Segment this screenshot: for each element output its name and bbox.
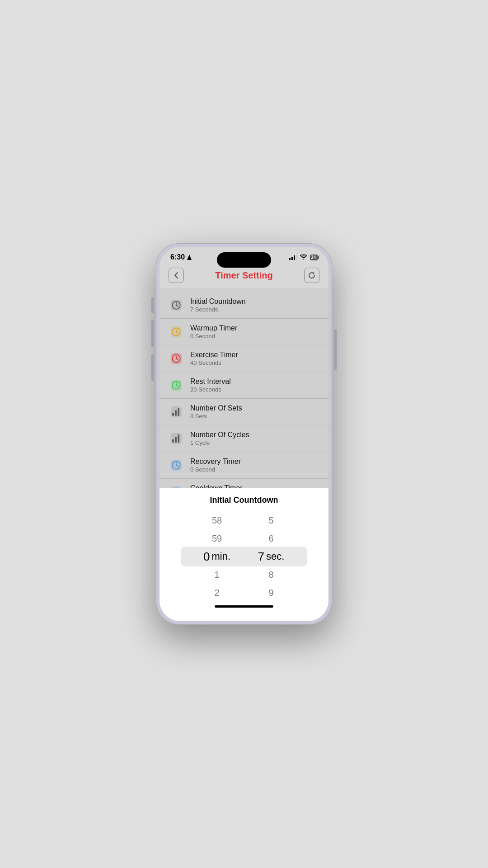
- picker-sec-item-9: 9: [244, 584, 298, 602]
- home-indicator: [215, 605, 273, 608]
- cooldown-timer-icon: [169, 484, 184, 488]
- svg-rect-4: [296, 255, 297, 260]
- picker-min-item-0: 0 min.: [190, 547, 244, 566]
- picker-minutes-column[interactable]: 57 58 59 0 min. 1 2 3: [190, 511, 244, 602]
- picker-sec-item-6: 6: [244, 529, 298, 547]
- svg-rect-2: [291, 257, 293, 260]
- settings-item-initial-countdown[interactable]: Initial Countdown 7 Seconds: [160, 292, 328, 319]
- settings-item-number-of-sets[interactable]: Number Of Sets 8 Sets: [160, 399, 328, 425]
- warmup-timer-text: Warmup Timer 0 Second: [190, 324, 237, 340]
- svg-rect-29: [178, 434, 180, 443]
- number-of-cycles-icon: [169, 431, 184, 446]
- picker-sec-item-7: 7 sec.: [244, 547, 298, 566]
- status-time: 6:30: [170, 253, 192, 261]
- back-button[interactable]: [169, 268, 184, 283]
- svg-rect-25: [178, 408, 180, 416]
- cooldown-timer-text: Cooldown Timer 0 Second: [190, 484, 243, 488]
- svg-rect-3: [294, 255, 295, 260]
- picker-min-item-58: 58: [190, 511, 244, 529]
- picker-min-item-2: 2: [190, 584, 244, 602]
- settings-item-number-of-cycles[interactable]: Number Of Cycles 1 Cycle: [160, 425, 328, 452]
- svg-rect-28: [175, 437, 177, 443]
- number-of-cycles-text: Number Of Cycles 1 Cycle: [190, 431, 249, 446]
- svg-rect-1: [289, 258, 291, 260]
- picker-sec-item-8: 8: [244, 566, 298, 584]
- picker-panel: Initial Countdown 57 58 59 0 min. 1 2 3: [160, 488, 328, 621]
- warmup-timer-icon: [169, 324, 184, 340]
- initial-countdown-text: Initial Countdown 7 Seconds: [190, 297, 246, 313]
- svg-marker-0: [187, 255, 192, 260]
- number-of-sets-text: Number Of Sets 8 Sets: [190, 404, 242, 420]
- settings-item-rest-interval[interactable]: Rest Interval 20 Seconds: [160, 372, 328, 399]
- recovery-timer-icon: [169, 458, 184, 473]
- rest-interval-text: Rest Interval 20 Seconds: [190, 377, 231, 393]
- settings-list: Initial Countdown 7 Seconds Warmup Timer: [160, 288, 328, 488]
- svg-rect-23: [172, 413, 174, 416]
- number-of-sets-icon: [169, 404, 184, 420]
- svg-rect-24: [175, 410, 177, 416]
- picker-sec-item-5: 5: [244, 511, 298, 529]
- picker-title: Initial Countdown: [160, 495, 328, 511]
- exercise-timer-icon: [169, 351, 184, 366]
- settings-item-cooldown-timer[interactable]: Cooldown Timer 0 Second: [160, 479, 328, 488]
- picker-container[interactable]: 57 58 59 0 min. 1 2 3 4 5 6: [160, 511, 328, 602]
- svg-rect-27: [172, 439, 174, 443]
- settings-item-exercise-timer[interactable]: Exercise Timer 40 Seconds: [160, 345, 328, 372]
- status-icons: 34: [289, 255, 318, 260]
- dynamic-island: [217, 252, 271, 268]
- exercise-timer-text: Exercise Timer 40 Seconds: [190, 351, 238, 366]
- recovery-timer-text: Recovery Timer 0 Second: [190, 458, 241, 473]
- page-title: Timer Setting: [215, 270, 272, 281]
- reset-button[interactable]: [304, 268, 319, 283]
- settings-item-warmup-timer[interactable]: Warmup Timer 0 Second: [160, 319, 328, 345]
- picker-seconds-column[interactable]: 4 5 6 7 sec. 8 9 10: [244, 511, 298, 602]
- settings-item-recovery-timer[interactable]: Recovery Timer 0 Second: [160, 452, 328, 479]
- svg-marker-5: [313, 272, 314, 275]
- picker-min-item-1: 1: [190, 566, 244, 584]
- rest-interval-icon: [169, 377, 184, 393]
- initial-countdown-icon: [169, 297, 184, 313]
- picker-min-item-59: 59: [190, 529, 244, 547]
